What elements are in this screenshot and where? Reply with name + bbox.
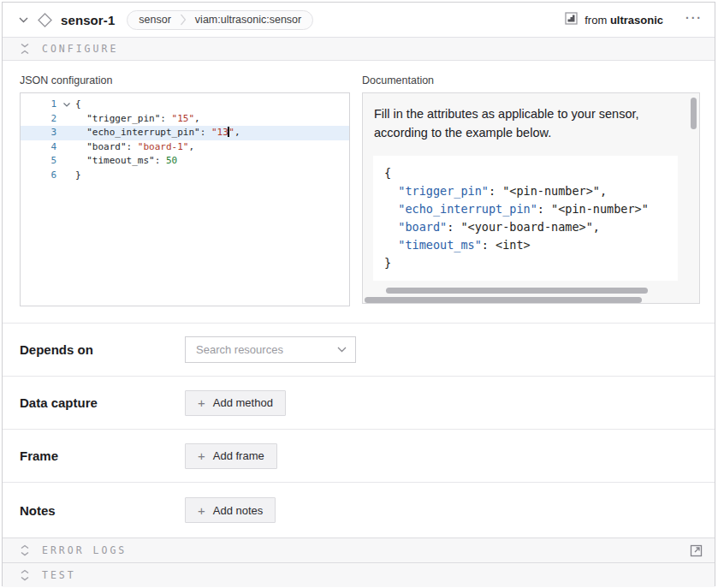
depends-on-placeholder: Search resources — [196, 343, 337, 356]
error-logs-section-label: ERROR LOGS — [42, 544, 127, 556]
test-section-label: TEST — [42, 569, 76, 581]
fold-gutter — [58, 154, 75, 169]
configure-body: JSON configuration 1{2 "trigger_pin": "1… — [3, 61, 715, 323]
doc-code-line: { — [384, 164, 678, 182]
documentation-intro-text: Fill in the attributes as applicable to … — [374, 104, 677, 142]
line-number: 5 — [21, 154, 58, 169]
frame-row: Frame + Add frame — [3, 429, 715, 482]
editor-line[interactable]: 1{ — [21, 98, 349, 112]
data-capture-label: Data capture — [20, 395, 185, 410]
editor-line[interactable]: 2 "trigger_pin": "15", — [21, 112, 349, 127]
doc-code-line: "trigger_pin": "<pin-number>", — [384, 182, 678, 200]
json-editor[interactable]: 1{2 "trigger_pin": "15",3 "echo_interrup… — [20, 92, 350, 306]
editor-code-text: { — [75, 98, 349, 112]
documentation-label: Documentation — [362, 74, 700, 86]
json-configuration-label: JSON configuration — [20, 74, 350, 86]
editor-line[interactable]: 3 "echo_interrupt_pin": "13", — [21, 126, 349, 140]
expand-panel-icon — [20, 544, 30, 556]
doc-code-line: "timeout_ms": <int> — [384, 236, 678, 254]
line-number: 6 — [21, 169, 58, 183]
component-title: sensor-1 — [61, 13, 115, 27]
editor-code-text: "timeout_ms": 50 — [75, 154, 349, 169]
plus-icon: + — [198, 449, 205, 462]
expand-panel-icon — [20, 569, 30, 581]
notes-row: Notes + Add notes — [3, 482, 715, 538]
code-horizontal-scrollbar[interactable] — [386, 288, 648, 294]
test-section-bar[interactable]: TEST — [3, 562, 715, 587]
overflow-menu-button[interactable]: ··· — [685, 12, 703, 27]
model-badge-label: viam:ultrasonic:sensor — [195, 14, 301, 26]
depends-on-row: Depends on Search resources — [3, 323, 715, 376]
fold-gutter — [58, 140, 75, 155]
fold-gutter — [58, 126, 75, 140]
sensor-diamond-icon — [37, 12, 53, 28]
open-logs-external-icon[interactable] — [690, 544, 703, 557]
chevron-right-icon — [180, 12, 187, 27]
editor-code-text: "echo_interrupt_pin": "13", — [75, 126, 349, 140]
depends-on-label: Depends on — [20, 342, 185, 357]
fold-chevron-icon[interactable] — [58, 98, 75, 112]
add-frame-button[interactable]: + Add frame — [185, 443, 277, 469]
component-header: sensor-1 sensor viam:ultrasonic:sensor f… — [3, 3, 715, 37]
line-number: 2 — [21, 112, 58, 127]
chevron-down-icon — [337, 347, 347, 353]
data-capture-row: Data capture + Add method — [3, 376, 715, 429]
editor-code-text: "board": "board-1", — [75, 140, 349, 155]
component-card: sensor-1 sensor viam:ultrasonic:sensor f… — [2, 2, 715, 586]
documentation-code-example: { "trigger_pin": "<pin-number>", "echo_i… — [373, 156, 678, 281]
editor-line[interactable]: 4 "board": "board-1", — [21, 140, 349, 155]
component-type-badge: sensor viam:ultrasonic:sensor — [127, 10, 313, 30]
from-module-text: from ultrasonic — [584, 14, 663, 27]
doc-code-line: "board": "<your-board-name>", — [384, 218, 678, 236]
plus-icon: + — [198, 396, 205, 409]
line-number: 3 — [21, 126, 58, 140]
notes-label: Notes — [20, 503, 185, 518]
doc-code-line: } — [384, 254, 678, 272]
frame-label: Frame — [20, 448, 185, 463]
line-number: 1 — [21, 98, 58, 112]
editor-line[interactable]: 5 "timeout_ms": 50 — [21, 154, 349, 169]
doc-horizontal-scrollbar[interactable] — [365, 297, 642, 303]
plus-icon: + — [198, 504, 205, 517]
editor-code-text: } — [75, 169, 349, 183]
error-logs-section-bar[interactable]: ERROR LOGS — [3, 538, 715, 562]
line-number: 4 — [21, 140, 58, 155]
fold-gutter — [58, 169, 75, 183]
attribute-rows: Depends on Search resources Data capture… — [3, 323, 715, 538]
collapse-chevron-icon[interactable] — [16, 13, 30, 27]
add-notes-button[interactable]: + Add notes — [185, 497, 276, 523]
editor-code-text: "trigger_pin": "15", — [75, 112, 349, 127]
doc-code-line: "echo_interrupt_pin": "<pin-number>" — [384, 200, 678, 218]
editor-line[interactable]: 6} — [21, 169, 349, 183]
type-badge-label: sensor — [139, 14, 171, 26]
fold-gutter — [58, 112, 75, 127]
module-icon — [565, 12, 578, 28]
collapse-panel-icon — [20, 43, 30, 55]
depends-on-select[interactable]: Search resources — [185, 336, 356, 363]
add-method-button[interactable]: + Add method — [185, 390, 286, 416]
configure-section-bar[interactable]: CONFIGURE — [3, 37, 715, 61]
documentation-panel: Fill in the attributes as applicable to … — [362, 92, 700, 304]
configure-section-label: CONFIGURE — [42, 43, 118, 55]
doc-vertical-scrollbar[interactable] — [691, 98, 697, 129]
